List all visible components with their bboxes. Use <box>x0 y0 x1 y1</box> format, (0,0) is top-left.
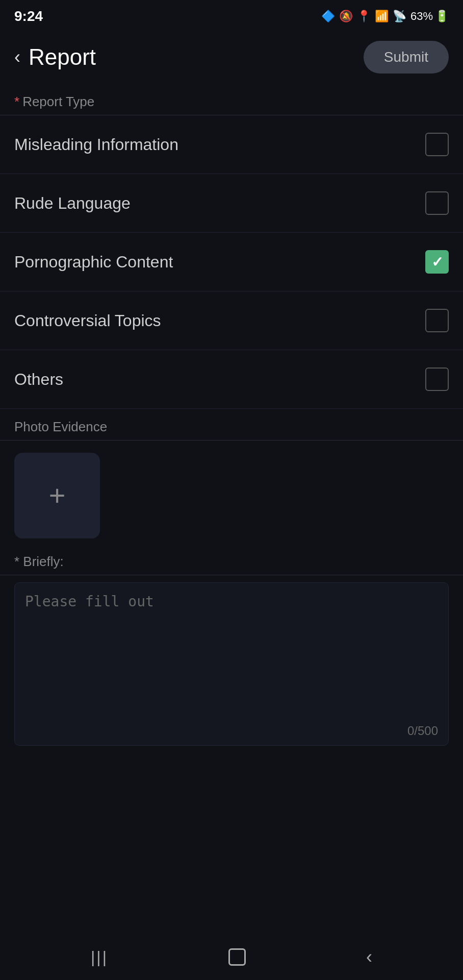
nav-home-icon[interactable] <box>228 948 246 966</box>
report-option-label-rude: Rude Language <box>14 194 131 213</box>
status-time: 9:24 <box>14 8 43 24</box>
sound-icon: 🔕 <box>339 10 353 23</box>
report-option-rude[interactable]: Rude Language <box>0 174 463 233</box>
wifi-icon: 📶 <box>375 10 389 23</box>
battery-status: 63% 🔋 <box>410 10 449 23</box>
briefly-section: * Briefly: 0/500 <box>0 544 463 751</box>
photo-add-button[interactable]: + <box>14 453 100 538</box>
report-option-label-pornographic: Pornographic Content <box>14 253 173 272</box>
submit-button[interactable]: Submit <box>364 41 449 74</box>
nav-menu-icon[interactable]: ||| <box>91 948 108 967</box>
checkbox-others[interactable] <box>425 368 449 391</box>
report-option-label-others: Others <box>14 370 63 389</box>
location-icon: 📍 <box>357 10 371 23</box>
briefly-textarea-wrapper: 0/500 <box>14 582 449 746</box>
checkbox-rude[interactable] <box>425 191 449 215</box>
plus-icon: + <box>49 481 66 510</box>
photo-evidence-divider <box>0 440 463 440</box>
report-options-list: Misleading Information Rude Language Por… <box>0 115 463 409</box>
briefly-required-star: * <box>14 554 23 569</box>
page-title: Report <box>29 44 96 70</box>
required-star: * <box>14 94 19 109</box>
battery-icon: 🔋 <box>435 10 449 23</box>
report-option-misleading[interactable]: Misleading Information <box>0 115 463 174</box>
briefly-divider <box>0 575 463 575</box>
bluetooth-icon: 🔷 <box>321 10 335 23</box>
status-bar: 9:24 🔷 🔕 📍 📶 📡 63% 🔋 <box>0 0 463 31</box>
report-option-others[interactable]: Others <box>0 350 463 409</box>
photo-evidence-label: Photo Evidence <box>14 419 449 435</box>
nav-bar: ||| ‹ <box>0 934 463 980</box>
briefly-label: * Briefly: <box>14 554 449 570</box>
report-option-controversial[interactable]: Controversial Topics <box>0 291 463 350</box>
report-option-label-controversial: Controversial Topics <box>14 311 161 330</box>
report-type-section-label: *Report Type <box>0 84 463 115</box>
char-count: 0/500 <box>407 724 438 738</box>
report-option-pornographic[interactable]: Pornographic Content <box>0 233 463 291</box>
header: ‹ Report Submit <box>0 31 463 84</box>
report-option-label-misleading: Misleading Information <box>14 135 178 154</box>
photo-evidence-section: Photo Evidence + <box>0 409 463 544</box>
signal-icon: 📡 <box>393 10 406 23</box>
briefly-textarea[interactable] <box>25 593 438 705</box>
checkbox-controversial[interactable] <box>425 309 449 332</box>
back-button[interactable]: ‹ <box>14 46 20 68</box>
status-icons: 🔷 🔕 📍 📶 📡 63% 🔋 <box>321 10 449 23</box>
checkbox-misleading[interactable] <box>425 133 449 156</box>
nav-back-icon[interactable]: ‹ <box>366 946 372 968</box>
header-left: ‹ Report <box>14 44 96 70</box>
checkbox-pornographic[interactable] <box>425 250 449 274</box>
